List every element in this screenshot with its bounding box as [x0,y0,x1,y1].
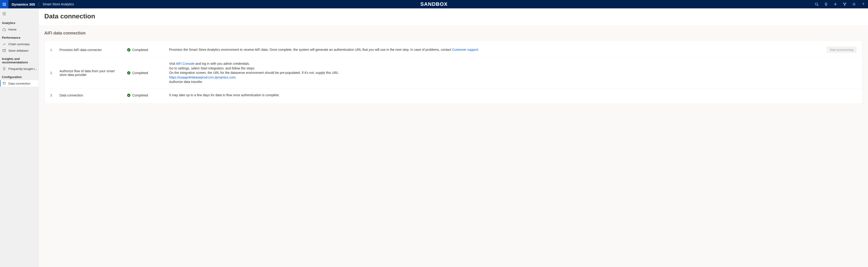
step-status: Completed [127,71,169,75]
step-row-3: 3. Data connection Completed It may take… [44,89,862,102]
lightbulb-icon [2,67,6,71]
aifi-console-link[interactable]: AiFi Console [176,62,194,65]
database-icon [2,81,6,85]
nav-heading-analytics: Analytics [0,18,38,26]
step-number: 1. [50,48,60,52]
status-label: Completed [132,71,148,75]
step-description: It may take up to a few days for data to… [169,93,824,98]
brand-label[interactable]: Dynamics 365 [8,2,38,6]
app-launcher-icon[interactable] [0,0,8,8]
nav-heading-config: Configuration [0,72,38,80]
svg-point-13 [3,82,5,83]
dataverse-url-link[interactable]: https://ssaaprilreleaseprod.crm.dynamics… [169,75,236,79]
step-number: 3. [50,93,60,97]
sidebar-item-frequently-bought[interactable]: Frequently bought t... [0,65,38,72]
step-description: Provision the Smart Store Analytics envi… [169,47,824,52]
steps-card: 1. Provision AiFi data connector Complet… [44,40,862,104]
step-title: Provision AiFi data connector [60,48,127,52]
sidebar-item-data-connection[interactable]: Data connection [0,80,38,87]
sidebar-item-label: Data connection [8,82,30,85]
topbar-actions [812,0,868,8]
sidebar-item-label: Chain summary [8,42,30,46]
page-title: Data connection [44,12,862,20]
store-icon [2,49,6,53]
start-provisioning-button: Start provisioning [827,46,857,53]
plus-icon[interactable] [831,0,840,8]
sidebar-item-chain-summary[interactable]: Chain summary [0,41,38,47]
step-description: Visit AiFi Console and log in with you a… [169,62,824,84]
check-circle-icon [127,71,130,74]
environment-label: SANDBOX [421,1,447,7]
home-icon [2,28,6,31]
main-content: Data connection AiFi data connection 1. … [39,8,868,267]
check-circle-icon [127,48,130,52]
status-label: Completed [132,48,148,52]
sidebar-item-store-drilldown[interactable]: Store drilldown [0,47,38,54]
sidebar-toggle-icon[interactable] [0,10,38,18]
step-title: Data connection [60,93,127,97]
chart-icon [2,42,6,46]
section-title: AiFi data connection [44,31,862,36]
step-status: Completed [127,93,169,97]
check-circle-icon [127,94,130,97]
section-header: AiFi data connection [39,25,868,37]
help-icon[interactable] [859,0,868,8]
page-header: Data connection [39,8,868,25]
svg-line-1 [817,5,818,6]
sidebar: Analytics Home Performance Chain summary… [0,8,39,267]
status-label: Completed [132,93,148,97]
topbar-divider [39,2,39,6]
sidebar-item-label: Frequently bought t... [8,67,37,71]
topbar: Dynamics 365 Smart Store Analytics SANDB… [0,0,868,8]
step-status: Completed [127,48,169,52]
nav-heading-performance: Performance [0,33,38,41]
gear-icon[interactable] [849,0,859,8]
step-action: Start provisioning [824,46,857,53]
step-row-1: 1. Provision AiFi data connector Complet… [44,42,862,57]
filter-icon[interactable] [840,0,849,8]
nav-heading-insights: Insights and recommendations [0,54,38,65]
svg-point-5 [854,4,855,5]
sidebar-item-home[interactable]: Home [0,26,38,33]
lightbulb-icon[interactable] [822,0,831,8]
step-title: Authorize flow of data from your smart s… [60,69,127,77]
sidebar-item-label: Home [8,28,17,31]
step-row-2: 2. Authorize flow of data from your smar… [44,57,862,89]
svg-point-6 [863,5,864,6]
svg-rect-10 [3,49,6,52]
sidebar-item-label: Store drilldown [8,49,28,53]
step-number: 2. [50,71,60,75]
search-icon[interactable] [812,0,822,8]
app-name-label[interactable]: Smart Store Analytics [39,2,77,6]
svg-point-0 [815,3,817,5]
customer-support-link[interactable]: Customer support [452,48,478,52]
